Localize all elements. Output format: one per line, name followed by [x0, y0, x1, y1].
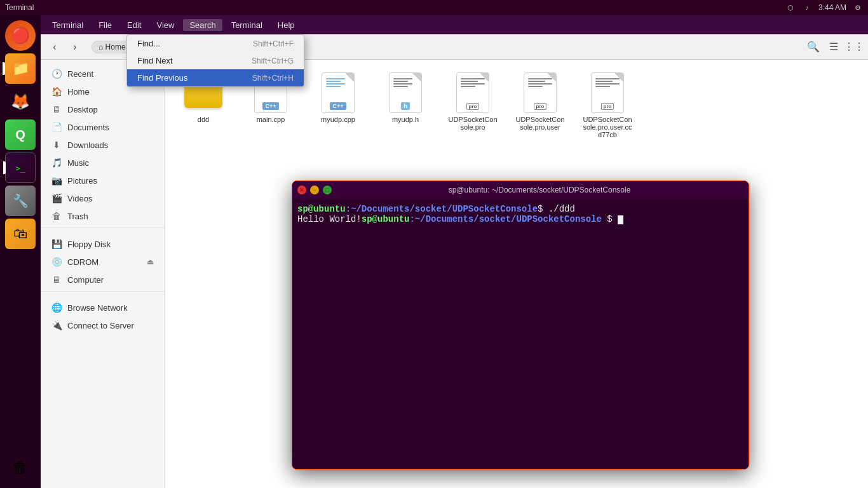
menu-search[interactable]: Search [183, 19, 222, 31]
floppy-icon: 💾 [51, 238, 62, 250]
bluetooth-icon: ⬡ [785, 3, 796, 13]
menu-find[interactable]: Find... Shift+Ctrl+F [127, 35, 304, 52]
file-label-main-cpp: main.cpp [257, 116, 285, 123]
sidebar-label-cdrom: CDROM [67, 257, 98, 267]
find-previous-shortcut: Shift+Ctrl+H [252, 74, 294, 83]
prompt-user-2: sp@ubuntu [362, 214, 410, 224]
sidebar-item-computer[interactable]: 🖥 Computer [43, 271, 161, 288]
prompt-dollar-2: $ [602, 214, 618, 224]
sidebar-item-music[interactable]: 🎵 Music [43, 154, 161, 172]
power-icon[interactable]: ⚙ [853, 3, 863, 13]
terminal-cursor [618, 215, 623, 224]
menu-file[interactable]: File [92, 19, 118, 31]
find-previous-label: Find Previous [137, 73, 187, 83]
downloads-icon: ⬇ [51, 139, 62, 151]
sidebar-label-home: Home [67, 87, 90, 97]
sidebar-label-trash: Trash [67, 212, 88, 221]
file-grid: ddd C++ main.cpp [165, 60, 868, 488]
terminal-close-button[interactable]: ✕ [297, 186, 306, 194]
browse-network-icon: 🌐 [51, 302, 62, 313]
dock-trash[interactable]: 🗑 [5, 452, 36, 483]
volume-icon: ♪ [802, 3, 812, 13]
menu-find-previous[interactable]: Find Previous Shift+Ctrl+H [127, 69, 304, 86]
dock-firefox[interactable]: 🦊 [5, 86, 36, 117]
menu-terminal[interactable]: Terminal [46, 19, 90, 31]
list-view-button[interactable]: ☰ [825, 38, 843, 56]
file-item-myudp-h[interactable]: h myudp.h [377, 70, 434, 141]
pro-shape-1: pro [456, 72, 489, 113]
eject-icon[interactable]: ⏏ [147, 257, 154, 266]
sidebar-label-computer: Computer [67, 275, 104, 285]
connect-server-icon: 🔌 [51, 320, 62, 331]
search-dropdown: Find... Shift+Ctrl+F Find Next Shift+Ctr… [126, 34, 304, 87]
trash-icon: 🗑 [51, 210, 62, 222]
forward-button[interactable]: › [66, 38, 84, 56]
pro-icon-1: pro [452, 72, 493, 113]
pro-icon-2: pro [520, 72, 560, 113]
menu-find-next[interactable]: Find Next Shift+Ctrl+G [127, 52, 304, 69]
terminal-content[interactable]: sp@ubuntu:~/Documents/socket/UDPSocketCo… [292, 199, 749, 469]
sidebar-label-pictures: Pictures [67, 176, 97, 186]
dock-qtcreator[interactable]: Q [5, 119, 36, 150]
file-label-udpsocket-prouser: UDPSocketConsole.pro.user [514, 116, 566, 131]
terminal-title: sp@ubuntu: ~/Documents/socket/UDPSocketC… [336, 186, 743, 194]
terminal-label[interactable]: Terminal [5, 3, 34, 12]
sidebar-label-music: Music [67, 158, 89, 168]
cpp-shape-myudp: C++ [322, 72, 355, 113]
file-label-ddd: ddd [198, 116, 209, 123]
videos-icon: 🎬 [51, 193, 62, 204]
file-item-myudp-cpp[interactable]: C++ myudp.cpp [309, 70, 367, 141]
file-item-udpsocket-prouser[interactable]: pro UDPSocketConsole.pro.user [512, 70, 569, 141]
sidebar-label-desktop: Desktop [67, 105, 98, 114]
back-button[interactable]: ‹ [46, 38, 64, 56]
menu-edit[interactable]: Edit [121, 19, 147, 31]
search-button[interactable]: 🔍 [804, 38, 822, 56]
dock-ubuntu[interactable]: 🔴 [5, 20, 36, 51]
menu-help[interactable]: Help [271, 19, 301, 31]
file-label-myudp-cpp: myudp.cpp [321, 116, 355, 123]
dock: 🔴 📁 🦊 Q >_ 🔧 🛍 🗑 [0, 15, 41, 488]
file-label-myudp-h: myudp.h [392, 116, 419, 123]
sidebar-item-desktop[interactable]: 🖥 Desktop [43, 100, 161, 118]
system-bar-left: Terminal [5, 3, 34, 12]
dock-terminal[interactable]: >_ [5, 152, 36, 183]
file-label-udpsocket-pro: UDPSocketConsole.pro [447, 116, 499, 131]
sidebar: 🕐 Recent 🏠 Home 🖥 Desktop 📄 Documents ⬇ … [41, 60, 165, 488]
file-label-udpsocket-ccd77cb: UDPSocketConsole.pro.user.ccd77cb [581, 116, 634, 139]
sidebar-item-cdrom[interactable]: 💿 CDROM ⏏ [43, 253, 161, 271]
prompt-path-1: :~/Documents/socket/UDPSocketConsole [346, 204, 538, 214]
terminal-minimize-button[interactable]: − [310, 186, 319, 194]
sidebar-label-downloads: Downloads [67, 140, 108, 150]
find-next-label: Find Next [137, 56, 173, 65]
terminal-maximize-button[interactable]: □ [323, 186, 332, 194]
menu-terminal2[interactable]: Terminal [225, 19, 269, 31]
sidebar-item-documents[interactable]: 📄 Documents [43, 118, 161, 136]
cpp-icon-myudp: C++ [318, 72, 358, 113]
sidebar-item-trash[interactable]: 🗑 Trash [43, 207, 161, 225]
home-icon: 🏠 [51, 86, 62, 97]
sidebar-label-browse-network: Browse Network [67, 303, 128, 313]
file-item-udpsocket-pro[interactable]: pro UDPSocketConsole.pro [444, 70, 501, 141]
output-text-1: Hello World! [297, 214, 362, 224]
sidebar-item-connect-server[interactable]: 🔌 Connect to Server [43, 316, 161, 334]
documents-icon: 📄 [51, 121, 62, 133]
file-item-udpsocket-ccd77cb[interactable]: pro UDPSocketConsole.pro.user.ccd77cb [579, 70, 636, 141]
grid-view-button[interactable]: ⋮⋮ [845, 38, 863, 56]
dock-settings[interactable]: 🔧 [5, 186, 36, 216]
terminal-prompt-1: sp@ubuntu:~/Documents/socket/UDPSocketCo… [297, 204, 743, 214]
dock-appstore[interactable]: 🛍 [5, 219, 36, 249]
menu-view[interactable]: View [150, 19, 180, 31]
terminal-titlebar: ✕ − □ sp@ubuntu: ~/Documents/socket/UDPS… [292, 181, 749, 199]
cdrom-icon: 💿 [51, 256, 62, 268]
sidebar-item-pictures[interactable]: 📷 Pictures [43, 172, 161, 189]
sidebar-item-videos[interactable]: 🎬 Videos [43, 189, 161, 207]
sidebar-item-floppy[interactable]: 💾 Floppy Disk [43, 235, 161, 253]
pro-icon-3: pro [587, 72, 628, 113]
prompt-user-1: sp@ubuntu [297, 204, 346, 214]
prompt-cmd-1: $ ./ddd [538, 204, 575, 214]
dock-files[interactable]: 📁 [5, 53, 36, 84]
sidebar-item-browse-network[interactable]: 🌐 Browse Network [43, 299, 161, 316]
sidebar-item-downloads[interactable]: ⬇ Downloads [43, 136, 161, 154]
system-bar: Terminal ⬡ ♪ 3:44 AM ⚙ [0, 0, 868, 15]
sidebar-label-videos: Videos [67, 194, 93, 203]
